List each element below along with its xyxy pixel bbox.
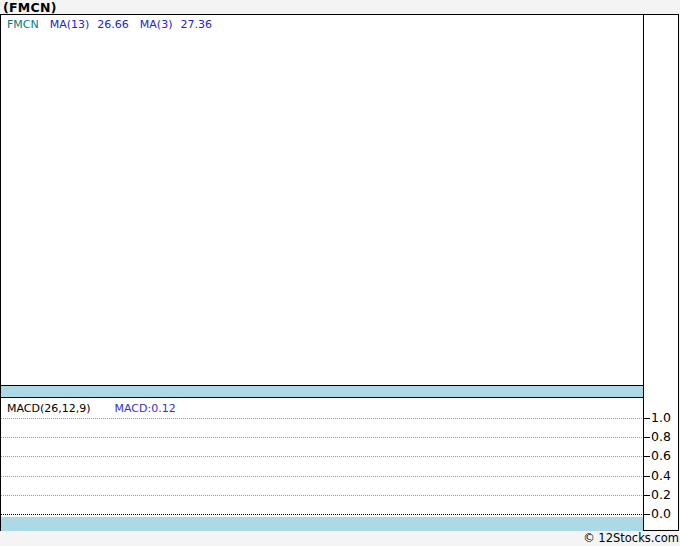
axis-tick-label: 0.0 xyxy=(651,506,671,522)
macd-gridline xyxy=(1,456,642,457)
right-axis-line xyxy=(643,14,644,531)
axis-tick-mark xyxy=(643,456,650,457)
macd-panel: MACD(26,12,9)MACD:0.12 xyxy=(1,398,678,517)
bottom-band xyxy=(1,517,643,531)
axis-tick-label: 0.8 xyxy=(651,429,671,445)
macd-legend-value: MACD:0.12 xyxy=(115,402,176,415)
axis-tick-label: 0.4 xyxy=(651,468,671,484)
chart-frame: FMCNMA(13)26.66MA(3)27.36 MACD(26,12,9)M… xyxy=(0,14,679,531)
axis-tick-label: 0.6 xyxy=(651,448,671,464)
panel-separator-band xyxy=(1,385,643,398)
macd-zero-gridline xyxy=(1,514,642,515)
macd-legend-label: MACD(26,12,9) xyxy=(7,402,91,415)
price-legend: FMCNMA(13)26.66MA(3)27.36 xyxy=(7,18,212,31)
axis-tick-mark xyxy=(643,514,650,515)
axis-tick-mark xyxy=(643,437,650,438)
axis-tick-mark xyxy=(643,476,650,477)
axis-tick-mark xyxy=(643,418,650,419)
axis-tick-mark xyxy=(643,495,650,496)
macd-gridline xyxy=(1,476,642,477)
macd-gridline xyxy=(1,418,642,419)
legend-ma13-value: 26.66 xyxy=(97,18,129,31)
macd-legend: MACD(26,12,9)MACD:0.12 xyxy=(7,402,176,415)
price-panel: FMCNMA(13)26.66MA(3)27.36 xyxy=(1,15,678,385)
macd-gridline xyxy=(1,495,642,496)
legend-ma3-value: 27.36 xyxy=(180,18,212,31)
copyright-text: © 12Stocks.com xyxy=(583,531,679,545)
legend-ma3-label: MA(3) xyxy=(140,18,173,31)
macd-gridline xyxy=(1,437,642,438)
axis-tick-label: 1.0 xyxy=(651,410,671,426)
chart-title: (FMCN) xyxy=(3,0,57,15)
legend-symbol-label: FMCN xyxy=(7,18,39,31)
legend-ma13-label: MA(13) xyxy=(50,18,90,31)
axis-tick-label: 0.2 xyxy=(651,487,671,503)
stock-chart-widget: (FMCN) FMCNMA(13)26.66MA(3)27.36 MACD(26… xyxy=(0,0,680,546)
